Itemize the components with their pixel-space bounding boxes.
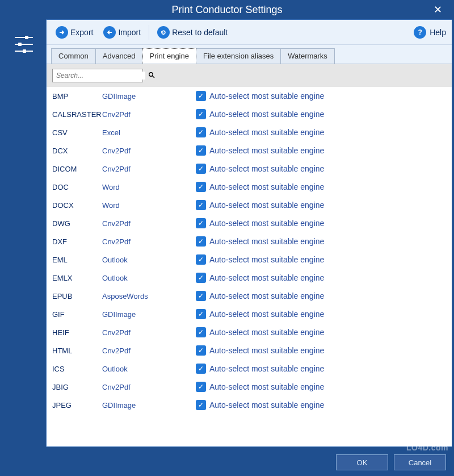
auto-select-cell[interactable]: ✓Auto-select most suitable engine [196, 218, 324, 228]
settings-sliders-icon[interactable] [11, 32, 36, 57]
checkbox-icon[interactable]: ✓ [196, 382, 206, 392]
engine-cell[interactable]: Word [102, 201, 196, 210]
auto-select-label: Auto-select most suitable engine [209, 255, 324, 264]
auto-select-cell[interactable]: ✓Auto-select most suitable engine [196, 164, 324, 174]
checkbox-icon[interactable]: ✓ [196, 400, 206, 410]
format-cell: JBIG [52, 383, 102, 391]
search-field[interactable] [52, 69, 143, 82]
svg-rect-3 [25, 36, 28, 39]
auto-select-cell[interactable]: ✓Auto-select most suitable engine [196, 327, 324, 337]
checkbox-icon[interactable]: ✓ [196, 364, 206, 374]
engine-cell[interactable]: AsposeWords [102, 292, 196, 300]
engine-cell[interactable]: Cnv2Pdf [102, 346, 196, 355]
table-row: HEIFCnv2Pdf✓Auto-select most suitable en… [47, 323, 452, 341]
format-cell: HEIF [52, 328, 102, 337]
search-icon[interactable] [145, 72, 158, 80]
export-button[interactable]: Export [52, 25, 96, 40]
checkbox-icon[interactable]: ✓ [196, 218, 206, 228]
checkbox-icon[interactable]: ✓ [196, 309, 206, 319]
cancel-button[interactable]: Cancel [394, 454, 446, 470]
engine-cell[interactable]: GDIImage [102, 310, 196, 319]
checkbox-icon[interactable]: ✓ [196, 200, 206, 210]
export-icon [56, 26, 68, 39]
engine-cell[interactable]: Outlook [102, 274, 196, 282]
engine-cell[interactable]: Excel [102, 128, 196, 137]
auto-select-cell[interactable]: ✓Auto-select most suitable engine [196, 182, 324, 192]
format-cell: HTML [52, 346, 102, 355]
checkbox-icon[interactable]: ✓ [196, 164, 206, 174]
auto-select-cell[interactable]: ✓Auto-select most suitable engine [196, 291, 324, 301]
engine-cell[interactable]: Cnv2Pdf [102, 147, 196, 155]
toolbar-separator [149, 25, 149, 40]
engine-cell[interactable]: Cnv2Pdf [102, 110, 196, 119]
checkbox-icon[interactable]: ✓ [196, 127, 206, 137]
auto-select-cell[interactable]: ✓Auto-select most suitable engine [196, 273, 324, 283]
table-row: DXFCnv2Pdf✓Auto-select most suitable eng… [47, 232, 452, 250]
engine-cell[interactable]: Word [102, 183, 196, 191]
auto-select-label: Auto-select most suitable engine [209, 364, 324, 373]
help-button[interactable]: ? Help [414, 26, 446, 39]
engine-cell[interactable]: Outlook [102, 256, 196, 264]
engine-cell[interactable]: Outlook [102, 365, 196, 373]
engine-cell[interactable]: Cnv2Pdf [102, 165, 196, 173]
auto-select-label: Auto-select most suitable engine [209, 164, 324, 173]
ok-button[interactable]: OK [336, 454, 388, 470]
tab-advanced[interactable]: Advanced [95, 48, 143, 64]
auto-select-cell[interactable]: ✓Auto-select most suitable engine [196, 345, 324, 356]
checkbox-icon[interactable]: ✓ [196, 327, 206, 337]
engine-cell[interactable]: GDIImage [102, 92, 196, 101]
format-cell: ICS [52, 365, 102, 373]
table-row: GIFGDIImage✓Auto-select most suitable en… [47, 305, 452, 323]
engine-table[interactable]: BMPGDIImage✓Auto-select most suitable en… [47, 87, 452, 446]
engine-cell[interactable]: Cnv2Pdf [102, 219, 196, 228]
engine-cell[interactable]: Cnv2Pdf [102, 328, 196, 337]
auto-select-label: Auto-select most suitable engine [209, 273, 324, 282]
auto-select-cell[interactable]: ✓Auto-select most suitable engine [196, 254, 324, 265]
checkbox-icon[interactable]: ✓ [196, 236, 206, 247]
auto-select-cell[interactable]: ✓Auto-select most suitable engine [196, 236, 324, 247]
auto-select-label: Auto-select most suitable engine [209, 400, 324, 410]
format-cell: DCX [52, 147, 102, 155]
format-cell: DWG [52, 219, 102, 228]
auto-select-label: Auto-select most suitable engine [209, 128, 324, 137]
auto-select-cell[interactable]: ✓Auto-select most suitable engine [196, 127, 324, 137]
checkbox-icon[interactable]: ✓ [196, 254, 206, 265]
auto-select-cell[interactable]: ✓Auto-select most suitable engine [196, 382, 324, 392]
titlebar: Print Conductor Settings ✕ [0, 0, 454, 19]
engine-cell[interactable]: Cnv2Pdf [102, 237, 196, 246]
tab-strip: CommonAdvancedPrint engineFile extension… [47, 45, 452, 64]
auto-select-label: Auto-select most suitable engine [209, 110, 324, 119]
checkbox-icon[interactable]: ✓ [196, 145, 206, 156]
auto-select-cell[interactable]: ✓Auto-select most suitable engine [196, 200, 324, 210]
auto-select-cell[interactable]: ✓Auto-select most suitable engine [196, 109, 324, 119]
tab-common[interactable]: Common [51, 48, 96, 64]
checkbox-icon[interactable]: ✓ [196, 345, 206, 356]
dialog-footer: OK Cancel [0, 449, 454, 476]
search-input[interactable] [53, 72, 145, 80]
checkbox-icon[interactable]: ✓ [196, 91, 206, 101]
format-cell: GIF [52, 310, 102, 319]
checkbox-icon[interactable]: ✓ [196, 273, 206, 283]
auto-select-label: Auto-select most suitable engine [209, 382, 324, 391]
table-row: DOCXWord✓Auto-select most suitable engin… [47, 196, 452, 214]
tab-print-engine[interactable]: Print engine [142, 48, 196, 64]
auto-select-cell[interactable]: ✓Auto-select most suitable engine [196, 364, 324, 374]
format-cell: EML [52, 256, 102, 264]
auto-select-cell[interactable]: ✓Auto-select most suitable engine [196, 91, 324, 101]
engine-cell[interactable]: GDIImage [102, 401, 196, 410]
import-button[interactable]: Import [100, 25, 144, 40]
checkbox-icon[interactable]: ✓ [196, 291, 206, 301]
engine-cell[interactable]: Cnv2Pdf [102, 383, 196, 391]
auto-select-label: Auto-select most suitable engine [209, 201, 324, 210]
checkbox-icon[interactable]: ✓ [196, 109, 206, 119]
reset-button[interactable]: Reset to default [154, 25, 231, 40]
checkbox-icon[interactable]: ✓ [196, 182, 206, 192]
auto-select-cell[interactable]: ✓Auto-select most suitable engine [196, 309, 324, 319]
auto-select-cell[interactable]: ✓Auto-select most suitable engine [196, 400, 324, 410]
format-cell: CALSRASTER [52, 110, 102, 119]
svg-rect-5 [23, 49, 26, 53]
auto-select-cell[interactable]: ✓Auto-select most suitable engine [196, 145, 324, 156]
tab-watermarks[interactable]: Watermarks [280, 48, 335, 64]
tab-file-extension-aliases[interactable]: File extension aliases [196, 48, 281, 64]
close-button[interactable]: ✕ [428, 0, 447, 19]
